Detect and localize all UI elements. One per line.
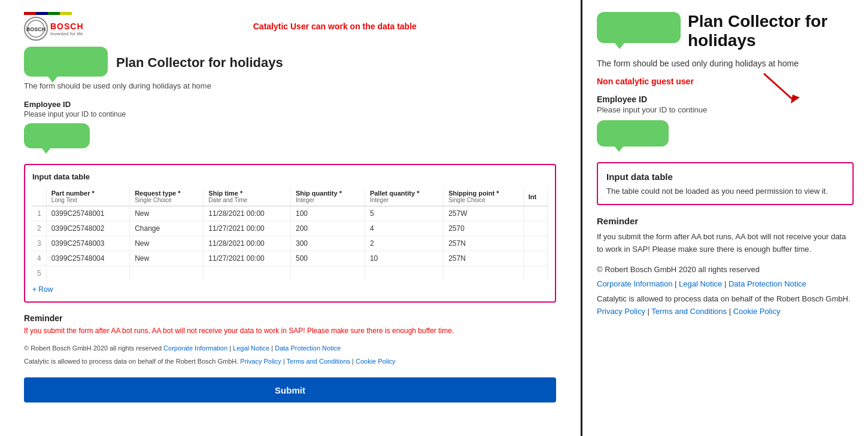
row-number: 3 <box>32 236 46 251</box>
privacy-policy-link-right[interactable]: Privacy Policy <box>597 307 645 316</box>
table-cell[interactable]: New <box>130 251 204 266</box>
table-notice-right: The table could not be loaded as you nee… <box>606 187 844 196</box>
table-cell[interactable]: New <box>130 236 204 251</box>
col-ship-qty: Ship quantity *Integer <box>290 187 365 206</box>
table-cell[interactable] <box>523 206 547 221</box>
bosch-circle-icon: BOSCH <box>24 17 48 41</box>
table-cell[interactable]: 11/28/2021 00:00 <box>204 236 291 251</box>
subtitle-right: The form should be used only during holi… <box>597 59 854 68</box>
employee-id-hint-right: Please input your ID to continue <box>597 105 854 114</box>
col-part-number: Part number *Long Text <box>46 187 129 206</box>
employee-id-hint-left: Please input your ID to continue <box>24 110 556 118</box>
reminder-text-right: If you submit the form after AA bot runs… <box>597 231 854 255</box>
input-data-table-left: Input data table Part number *Long Text … <box>24 164 556 303</box>
non-catalytic-wrapper: Non catalytic guest user <box>597 77 854 86</box>
svg-line-2 <box>764 74 794 100</box>
table-cell[interactable]: 257W <box>444 206 524 221</box>
table-cell[interactable] <box>290 266 365 281</box>
reminder-title-left: Reminder <box>24 313 556 323</box>
legal-notice-link-right[interactable]: Legal Notice <box>679 279 722 288</box>
bosch-color-bar <box>24 12 72 15</box>
table-cell[interactable] <box>365 266 443 281</box>
left-panel: BOSCH BOSCH Invented for life Catalytic … <box>0 0 581 436</box>
row-number: 2 <box>32 221 46 236</box>
row-number: 5 <box>32 266 46 281</box>
table-cell[interactable]: 5 <box>365 206 443 221</box>
green-bubble-left <box>24 47 108 77</box>
legal-notice-link-left[interactable]: Legal Notice <box>233 344 269 352</box>
subtitle-left: The form should be used only during holi… <box>24 81 556 90</box>
reminder-title-right: Reminder <box>597 216 854 226</box>
table-cell[interactable] <box>204 266 291 281</box>
data-protection-link-right[interactable]: Data Protection Notice <box>729 279 806 288</box>
table-cell[interactable] <box>444 266 524 281</box>
table-cell[interactable]: 257N <box>444 236 524 251</box>
table-cell[interactable]: Change <box>130 221 204 236</box>
table-cell[interactable]: 200 <box>290 221 365 236</box>
col-request-type: Request type *Single Choice <box>130 187 204 206</box>
terms-link-right[interactable]: Terms and Conditions <box>651 307 727 316</box>
svg-marker-3 <box>791 94 800 103</box>
col-num <box>32 187 46 206</box>
footer-left: © Robert Bosch GmbH 2020 all rights rese… <box>24 343 556 354</box>
table-cell[interactable]: 11/27/2021 00:00 <box>204 221 291 236</box>
right-panel: Plan Collector for holidays The form sho… <box>581 0 868 436</box>
page-title-right: Plan Collector for holidays <box>688 12 854 50</box>
catalytic-user-notice: Catalytic User can work on the data tabl… <box>114 22 556 31</box>
table-row: 5 <box>32 266 548 281</box>
table-cell[interactable]: 2 <box>365 236 443 251</box>
red-arrow-icon <box>758 71 806 106</box>
table-row: 20399C25748002Change11/27/2021 00:002004… <box>32 221 548 236</box>
table-cell[interactable]: 0399C25748004 <box>46 251 129 266</box>
table-cell[interactable] <box>130 266 204 281</box>
svg-text:BOSCH: BOSCH <box>26 26 45 32</box>
submit-button[interactable]: Submit <box>24 377 556 403</box>
data-protection-link-left[interactable]: Data Protection Notice <box>275 344 341 352</box>
table-cell[interactable]: 257N <box>444 251 524 266</box>
col-shipping-point: Shipping point *Single Choice <box>444 187 524 206</box>
table-title-right: Input data table <box>606 172 844 182</box>
green-bubble-input-right <box>597 120 669 147</box>
table-cell[interactable]: 300 <box>290 236 365 251</box>
table-row: 40399C25748004New11/27/2021 00:005001025… <box>32 251 548 266</box>
policy-note-left: Catalytic is allowed to process data on … <box>24 358 238 365</box>
corporate-info-link-right[interactable]: Corporate Information <box>597 279 672 288</box>
data-table-left: Part number *Long Text Request type *Sin… <box>32 187 548 280</box>
row-number: 1 <box>32 206 46 221</box>
table-cell[interactable] <box>523 266 547 281</box>
employee-id-label-right: Employee ID <box>597 94 854 104</box>
table-cell[interactable]: 11/27/2021 00:00 <box>204 251 291 266</box>
green-bubble-input-left <box>24 123 90 148</box>
table-cell[interactable] <box>523 221 547 236</box>
table-cell[interactable]: 10 <box>365 251 443 266</box>
table-cell[interactable]: 500 <box>290 251 365 266</box>
table-cell[interactable]: 4 <box>365 221 443 236</box>
table-cell[interactable]: 2570 <box>444 221 524 236</box>
row-number: 4 <box>32 251 46 266</box>
terms-link-left[interactable]: Terms and Conditions <box>287 358 350 365</box>
table-cell[interactable]: New <box>130 206 204 221</box>
table-cell[interactable] <box>523 251 547 266</box>
col-int: Int <box>523 187 547 206</box>
page-title-left: Plan Collector for holidays <box>116 55 283 71</box>
table-cell[interactable] <box>523 236 547 251</box>
table-cell[interactable] <box>46 266 129 281</box>
table-cell[interactable]: 100 <box>290 206 365 221</box>
page-title-row: Plan Collector for holidays <box>24 47 556 79</box>
cookie-policy-link-right[interactable]: Cookie Policy <box>733 307 781 316</box>
bosch-tagline: Invented for life <box>50 31 84 36</box>
footer-right: © Robert Bosch GmbH 2020 all rights rese… <box>597 264 854 318</box>
table-cell[interactable]: 0399C25748003 <box>46 236 129 251</box>
copyright-left: © Robert Bosch GmbH 2020 all rights rese… <box>24 344 162 352</box>
corporate-info-link-left[interactable]: Corporate Information <box>163 344 227 352</box>
table-cell[interactable]: 0399C25748001 <box>46 206 129 221</box>
non-catalytic-label: Non catalytic guest user <box>597 77 854 86</box>
cookie-policy-link-left[interactable]: Cookie Policy <box>356 358 396 365</box>
copyright-right: © Robert Bosch GmbH 2020 all rights rese… <box>597 264 854 276</box>
privacy-policy-link-left[interactable]: Privacy Policy <box>240 358 281 365</box>
add-row-button[interactable]: + Row <box>32 285 53 294</box>
input-data-table-right: Input data table The table could not be … <box>597 162 854 205</box>
table-cell[interactable]: 0399C25748002 <box>46 221 129 236</box>
table-title-left: Input data table <box>32 172 548 181</box>
table-cell[interactable]: 11/28/2021 00:00 <box>204 206 291 221</box>
